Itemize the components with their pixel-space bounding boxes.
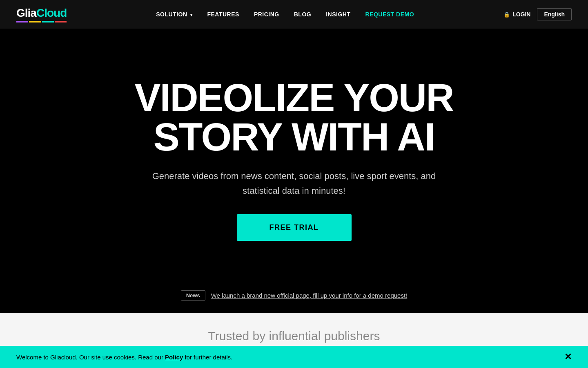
free-trial-button[interactable]: FREE TRIAL xyxy=(237,214,352,241)
nav-item-blog[interactable]: BLOG xyxy=(294,11,311,18)
news-link[interactable]: We launch a brand new official page, fil… xyxy=(211,292,408,299)
news-badge: News xyxy=(181,290,205,301)
cookie-text: Welcome to Gliacloud. Our site use cooki… xyxy=(16,354,232,361)
nav-link-blog[interactable]: BLOG xyxy=(294,11,311,18)
nav-link-pricing[interactable]: PRICING xyxy=(254,11,279,18)
cookie-close-button[interactable]: ✕ xyxy=(564,352,572,361)
nav-links: SOLUTION ▾ FEATURES PRICING BLOG INSIGHT… xyxy=(156,11,414,18)
nav-item-request-demo[interactable]: REQUEST DEMO xyxy=(365,11,414,18)
logo[interactable]: GliaCloud xyxy=(16,7,67,22)
nav-item-insight[interactable]: INSIGHT xyxy=(326,11,350,18)
hero-subtitle: Generate videos from news content, socia… xyxy=(135,169,453,197)
language-button[interactable]: English xyxy=(537,8,572,20)
nav-link-request-demo[interactable]: REQUEST DEMO xyxy=(365,11,414,18)
nav-item-features[interactable]: FEATURES xyxy=(207,11,239,18)
cookie-banner: Welcome to Gliacloud. Our site use cooki… xyxy=(0,346,588,368)
nav-item-pricing[interactable]: PRICING xyxy=(254,11,279,18)
news-banner: News We launch a brand new official page… xyxy=(0,282,588,313)
logo-underline xyxy=(16,21,67,22)
chevron-down-icon: ▾ xyxy=(190,13,193,17)
trusted-title: Trusted by influential publishers xyxy=(16,329,572,343)
nav-link-features[interactable]: FEATURES xyxy=(207,11,239,18)
cookie-policy-link[interactable]: Policy xyxy=(165,354,183,361)
hero-section: VIDEOLIZE YOUR STORY WITH AI Generate vi… xyxy=(0,29,588,282)
navbar: GliaCloud SOLUTION ▾ FEATURES PRICING BL… xyxy=(0,0,588,29)
nav-link-solution[interactable]: SOLUTION ▾ xyxy=(156,11,192,18)
hero-title: VIDEOLIZE YOUR STORY WITH AI xyxy=(69,78,519,157)
nav-link-insight[interactable]: INSIGHT xyxy=(326,11,350,18)
nav-right: 🔒 LOGIN English xyxy=(503,8,572,20)
login-button[interactable]: 🔒 LOGIN xyxy=(503,11,530,18)
lock-icon: 🔒 xyxy=(503,11,510,18)
nav-item-solution[interactable]: SOLUTION ▾ xyxy=(156,11,192,18)
logo-text: GliaCloud xyxy=(16,7,67,20)
